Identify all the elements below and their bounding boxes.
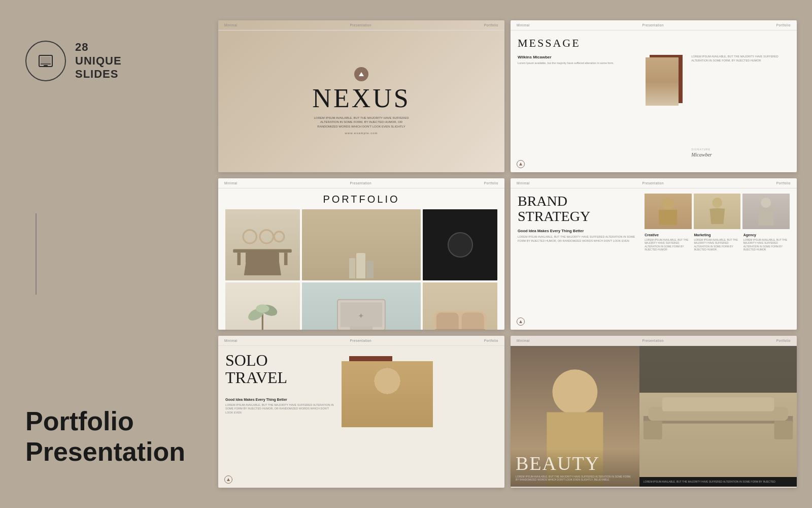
slide-portfolio-header-center: Presentation xyxy=(350,181,372,185)
slide-portfolio-header-left: Minimal xyxy=(224,181,238,185)
badge-line1: UNIQUE xyxy=(75,54,122,68)
bottle-shapes xyxy=(349,209,374,281)
slide-solo-header-right: Portfolio xyxy=(484,339,498,342)
svg-point-10 xyxy=(260,230,273,243)
brand-col-agency-title: Agency xyxy=(743,233,790,237)
portfolio-item-1 xyxy=(225,209,300,281)
svg-rect-38 xyxy=(774,421,793,440)
solo-person xyxy=(342,361,433,427)
solo-left: SOLOTRAVEL Good Idea Makes Every Thing B… xyxy=(225,352,335,481)
svg-point-32 xyxy=(552,370,597,415)
brand-col-agency-text: LOREM IPSUM AVAILABLE, BUT THE MAJORITY … xyxy=(743,238,790,251)
solo-logo-inner xyxy=(227,478,230,481)
signature-text: Micawber xyxy=(691,152,790,157)
person-silhouette xyxy=(646,57,679,106)
slide-brand-header-left: Minimal xyxy=(517,181,530,185)
slide-portfolio: Minimal Presentation Portfolio PORTFOLIO xyxy=(218,178,504,330)
svg-text:✦: ✦ xyxy=(358,312,364,320)
slide-brand: Minimal Presentation Portfolio BRANDSTRA… xyxy=(511,178,797,330)
svg-rect-25 xyxy=(434,329,486,330)
slide-solo-header-center: Presentation xyxy=(350,339,372,342)
brand-photo-3 xyxy=(742,194,790,229)
svg-rect-7 xyxy=(246,252,249,263)
slide-beauty-header-center: Presentation xyxy=(642,339,664,342)
message-right: LOREM IPSUM AVAILABLE, BUT THE MAJORITY … xyxy=(691,55,790,157)
solo-title: SOLOTRAVEL xyxy=(225,352,335,386)
brand-text: LOREM IPSUM AVAILABLE, BUT THE MAJORITY … xyxy=(518,235,638,243)
brand-photo-svg-2 xyxy=(694,194,741,229)
badge-area: 28 UNIQUE SLIDES xyxy=(25,41,122,81)
slide-beauty-header: Minimal Presentation Portfolio xyxy=(511,336,797,346)
svg-rect-5 xyxy=(238,252,241,265)
badge-number: 28 xyxy=(75,41,122,54)
slide-portfolio-header: Minimal Presentation Portfolio xyxy=(218,178,504,188)
left-panel: 28 UNIQUE SLIDES Portfolio Presentation xyxy=(0,0,213,508)
svg-rect-20 xyxy=(350,326,373,330)
brand-col-creative-title: Creative xyxy=(645,233,691,237)
beauty-right-text: LOREM IPSUM AVAILABLE, BUT THE MAJORITY … xyxy=(644,480,793,484)
slide-solo: Minimal Presentation Portfolio SOLOTRAVE… xyxy=(218,336,504,488)
solo-text: LOREM IPSUM AVAILABLE, BUT THE MAJORITY … xyxy=(225,403,335,415)
svg-rect-30 xyxy=(759,208,774,226)
message-body: Wilkins Micawber Lorem Ipsum available, … xyxy=(518,55,790,157)
slide-beauty-content: BEAUTY LOREM IPSUM AVAILABLE, BUT THE MA… xyxy=(511,346,797,487)
brand-photos xyxy=(645,194,790,229)
beauty-title: BEAUTY xyxy=(516,454,634,473)
brand-left: BRANDSTRATEGY Good Idea Makes Every Thin… xyxy=(518,194,638,324)
portfolio-heading: PORTFOLIO xyxy=(225,194,497,205)
svg-point-16 xyxy=(256,304,269,312)
signature-label: SIGNATURE xyxy=(691,148,790,151)
nexus-subtitle: LOREM IPSUM AVAILABLE, BUT THE MAJORITY … xyxy=(311,116,412,129)
bottle-2 xyxy=(356,253,365,278)
slide-nexus-header-right: Portfolio xyxy=(484,23,498,27)
slide-beauty-header-left: Minimal xyxy=(517,339,530,342)
svg-point-26 xyxy=(662,198,674,210)
slide-brand-header-right: Portfolio xyxy=(776,181,791,185)
svg-rect-1 xyxy=(41,57,51,64)
brand-photo-svg-1 xyxy=(645,194,692,229)
slide-nexus-header: Minimal Presentation Portfolio xyxy=(218,20,504,30)
message-logo-inner xyxy=(519,163,522,166)
svg-rect-6 xyxy=(284,252,288,265)
portfolio-photo-6 xyxy=(423,282,497,330)
slide-message-header-right: Portfolio xyxy=(776,23,791,27)
message-logo xyxy=(517,160,525,168)
portfolio-item-5: ✦ xyxy=(302,282,421,330)
divider-line xyxy=(36,213,37,295)
message-heading: MESSAGE xyxy=(518,37,790,50)
solo-photo xyxy=(342,361,433,427)
slides-icon xyxy=(37,52,55,70)
portfolio-item-2 xyxy=(302,209,421,281)
brand-col-marketing-title: Marketing xyxy=(694,233,740,237)
slide-nexus-content: NEXUS LOREM IPSUM AVAILABLE, BUT THE MAJ… xyxy=(218,30,504,171)
nexus-triangle xyxy=(359,72,364,76)
nexus-url: www.example.com xyxy=(345,132,378,135)
brand-col-marketing: Marketing LOREM IPSUM AVAILABLE, BUT THE… xyxy=(694,233,740,251)
bottle-3 xyxy=(366,261,374,278)
portfolio-grid: ✦ xyxy=(225,209,497,330)
laptop-svg: ✦ xyxy=(314,290,409,330)
solo-subtitle: Good Idea Makes Every Thing Better xyxy=(225,398,335,401)
svg-rect-24 xyxy=(462,312,484,330)
slide-portfolio-header-right: Portfolio xyxy=(484,181,498,185)
cushion-svg xyxy=(430,290,490,330)
brand-photo-1 xyxy=(645,194,692,229)
svg-point-9 xyxy=(243,230,256,243)
brand-col-creative-text: LOREM IPSUM AVAILABLE, BUT THE MAJORITY … xyxy=(645,238,691,251)
badge-text: 28 UNIQUE SLIDES xyxy=(75,41,122,81)
slide-nexus-header-left: Minimal xyxy=(224,23,238,27)
message-person-name: Wilkins Micawber xyxy=(518,55,640,59)
svg-rect-4 xyxy=(233,249,292,252)
message-right-text: LOREM IPSUM AVAILABLE, BUT THE MAJORITY … xyxy=(691,55,790,62)
portfolio-item-3 xyxy=(423,209,497,281)
mug-shape xyxy=(448,232,473,258)
svg-rect-37 xyxy=(644,421,662,440)
solo-logo xyxy=(224,475,232,484)
beauty-right-text-area: LOREM IPSUM AVAILABLE, BUT THE MAJORITY … xyxy=(639,477,797,487)
brand-logo-inner xyxy=(519,320,522,323)
svg-rect-3 xyxy=(44,65,48,67)
nexus-icon xyxy=(354,67,368,81)
svg-rect-27 xyxy=(659,210,677,225)
solo-right xyxy=(342,352,497,481)
slide-message: Minimal Presentation Portfolio MESSAGE W… xyxy=(511,20,797,172)
